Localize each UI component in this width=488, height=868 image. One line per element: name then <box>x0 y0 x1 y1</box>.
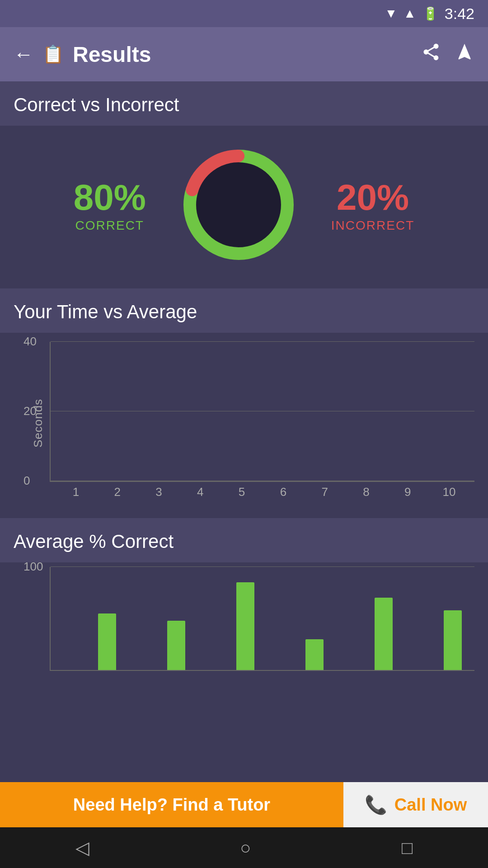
back-button[interactable]: ← <box>14 44 33 64</box>
x-label-4: 4 <box>197 485 203 499</box>
donut-chart-section: 80% CORRECT 20% INCORRECT <box>0 126 488 288</box>
time-chart-wrapper: Seconds 20 40 0 12345678910 <box>14 342 474 505</box>
app-bar: ← 📋 Results <box>0 27 488 81</box>
doc-icon: 📋 <box>42 44 64 64</box>
page-title: Results <box>73 42 408 67</box>
time-vs-average-title: Your Time vs Average <box>0 288 488 333</box>
android-nav-bar: ◁ ○ □ <box>0 827 488 868</box>
x-label-2: 2 <box>114 485 120 499</box>
time-chart-area: 20 40 0 12345678910 <box>50 342 474 482</box>
find-tutor-button[interactable]: Need Help? Find a Tutor <box>0 782 343 827</box>
gridline-label-0: 0 <box>23 474 30 488</box>
recent-nav-button[interactable]: □ <box>402 838 413 858</box>
x-label-3: 3 <box>155 485 162 499</box>
avg-bars-group <box>51 567 474 670</box>
avg-correct-title: Average % Correct <box>0 518 488 562</box>
call-now-button[interactable]: 📞 Call Now <box>343 782 488 827</box>
svg-point-3 <box>198 164 279 245</box>
cta-bar: Need Help? Find a Tutor 📞 Call Now <box>0 782 488 827</box>
avg-bar-12 <box>444 610 462 670</box>
avg-gridline-label-100: 100 <box>23 560 43 574</box>
correct-vs-incorrect-title: Correct vs Incorrect <box>0 81 488 126</box>
gridline-label-40: 40 <box>23 335 37 349</box>
x-label-6: 6 <box>280 485 286 499</box>
back-nav-button[interactable]: ◁ <box>75 837 89 858</box>
correct-text: CORRECT <box>74 218 146 233</box>
incorrect-label: 20% INCORRECT <box>331 177 414 233</box>
wifi-icon: ▼ <box>385 6 397 21</box>
x-label-7: 7 <box>321 485 328 499</box>
avg-bar-6 <box>236 582 254 670</box>
donut-chart <box>173 139 304 270</box>
share-icon[interactable] <box>421 42 441 66</box>
x-label-8: 8 <box>363 485 369 499</box>
bars-group: 12345678910 <box>51 342 474 481</box>
avg-chart-section: 100 <box>0 562 488 782</box>
avg-chart-area: 100 <box>50 567 474 671</box>
x-label-5: 5 <box>239 485 245 499</box>
call-now-text: Call Now <box>394 795 467 815</box>
avg-bar-2 <box>98 613 116 670</box>
home-nav-button[interactable]: ○ <box>240 838 251 858</box>
correct-label: 80% CORRECT <box>74 177 146 233</box>
avg-bar-10 <box>375 598 393 670</box>
status-time: 3:42 <box>445 5 474 23</box>
gridline-label-20: 20 <box>23 404 37 418</box>
avg-chart-wrapper: 100 <box>14 567 474 680</box>
avg-bar-8 <box>305 639 324 670</box>
time-chart-section: Seconds 20 40 0 12345678910 <box>0 333 488 518</box>
avg-bar-4 <box>167 621 185 670</box>
correct-percentage: 80% <box>74 177 146 218</box>
incorrect-text: INCORRECT <box>331 218 414 233</box>
x-label-10: 10 <box>443 485 456 499</box>
status-icons: ▼ ▲ 🔋 3:42 <box>385 5 474 23</box>
status-bar: ▼ ▲ 🔋 3:42 <box>0 0 488 27</box>
incorrect-percentage: 20% <box>331 177 414 218</box>
phone-icon: 📞 <box>365 794 387 816</box>
signal-icon: ▲ <box>404 6 416 21</box>
x-label-9: 9 <box>404 485 411 499</box>
find-tutor-text: Need Help? Find a Tutor <box>73 795 270 815</box>
battery-icon: 🔋 <box>422 6 438 21</box>
navigation-icon[interactable] <box>455 42 474 66</box>
x-label-1: 1 <box>73 485 79 499</box>
